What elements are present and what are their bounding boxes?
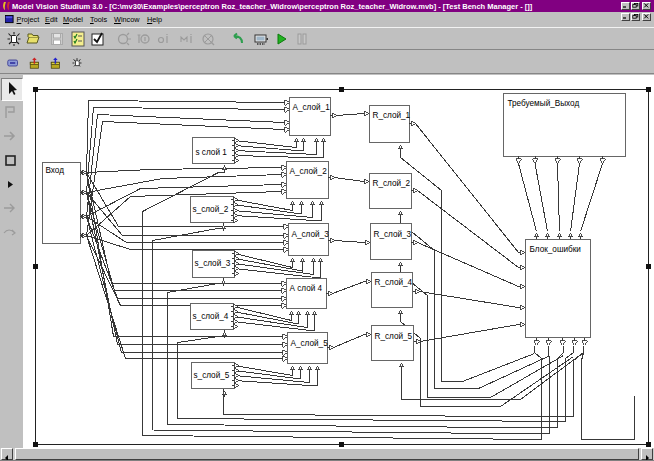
svg-text:s слой 1: s слой 1 [196, 148, 228, 157]
svg-text:R_слой_2: R_слой_2 [373, 179, 411, 188]
svg-text:Требуемый_Выход: Требуемый_Выход [508, 99, 580, 108]
svg-text:s_слой_5: s_слой_5 [194, 371, 230, 380]
svg-text:Блок_ошибки: Блок_ошибки [530, 245, 581, 254]
svg-text:A_слой_3: A_слой_3 [292, 230, 330, 239]
svg-text:R_слой_1: R_слой_1 [373, 111, 411, 120]
svg-text:A_слой_1: A_слой_1 [293, 103, 331, 112]
svg-text:Вход: Вход [46, 166, 65, 175]
svg-text:s_слой_3: s_слой_3 [195, 259, 231, 268]
svg-text:A_слой_2: A_слой_2 [290, 167, 328, 176]
svg-text:R_слой_4: R_слой_4 [375, 278, 413, 287]
svg-text:А слой 4: А слой 4 [290, 284, 323, 293]
svg-text:s_слой_4: s_слой_4 [193, 312, 229, 321]
svg-text:s_слой_2: s_слой_2 [193, 205, 229, 214]
svg-text:R_слой_3: R_слой_3 [374, 230, 412, 239]
svg-text:R_слой_5: R_слой_5 [375, 332, 413, 341]
svg-text:A_слой_5: A_слой_5 [291, 339, 329, 348]
